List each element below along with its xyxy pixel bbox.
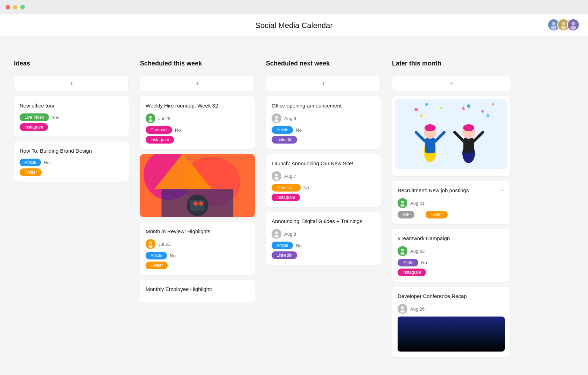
tag-no-value: No bbox=[44, 160, 50, 165]
tags-row-2: LinkedIn bbox=[272, 136, 375, 144]
card-avatar bbox=[146, 113, 155, 123]
tag-linkedin[interactable]: LinkedIn bbox=[272, 136, 297, 144]
card-date: Aug 21 bbox=[410, 201, 425, 206]
svg-point-4 bbox=[572, 22, 575, 25]
card-avatar bbox=[398, 246, 407, 256]
column-title-ideas: Ideas bbox=[14, 57, 129, 70]
tag-twitter[interactable]: Twitter bbox=[426, 211, 448, 218]
card-brand-design: How To: Building Brand Design Article No… bbox=[14, 141, 129, 182]
card-launch-new-site: Launch: Announcing Our New Site! Aug 7 P… bbox=[266, 154, 381, 207]
tags-row: Article No bbox=[272, 126, 375, 134]
titlebar bbox=[0, 0, 588, 14]
board: Ideas + New office tour Live Video Yes I… bbox=[0, 57, 588, 370]
card-abstract-image bbox=[140, 154, 255, 217]
svg-point-48 bbox=[400, 204, 405, 207]
titlebar-dot-yellow bbox=[13, 5, 18, 9]
card-avatar bbox=[272, 229, 281, 239]
card-meta: Aug 23 bbox=[398, 246, 505, 256]
svg-point-26 bbox=[414, 108, 418, 111]
tags-row-2: Instagram bbox=[20, 123, 123, 131]
column-ideas: Ideas + New office tour Live Video Yes I… bbox=[8, 57, 134, 362]
tag-twitter[interactable]: Twitter bbox=[20, 168, 42, 176]
card-date: Aug 8 bbox=[284, 231, 296, 237]
tag-article[interactable]: Article bbox=[146, 252, 167, 259]
svg-point-46 bbox=[463, 124, 474, 131]
abstract-image bbox=[140, 154, 255, 217]
tags-row: Photo No bbox=[398, 259, 505, 266]
tag-instagram[interactable]: Instagram bbox=[20, 123, 48, 131]
card-meta: Aug 8 bbox=[272, 229, 375, 239]
tag-no-value: No bbox=[296, 127, 302, 133]
svg-point-22 bbox=[274, 177, 279, 180]
card-title: Developer Conference Recap bbox=[398, 292, 505, 300]
svg-point-51 bbox=[401, 306, 404, 309]
card-teamwork: #Teamwork Campaign Aug 23 Photo No Insta… bbox=[392, 229, 510, 282]
tag-instagram[interactable]: Instagram bbox=[146, 136, 174, 144]
tags-row-2: Twitter bbox=[20, 168, 123, 176]
tags-row-2: Instagram bbox=[272, 194, 375, 201]
svg-point-31 bbox=[492, 103, 494, 105]
add-btn-ideas[interactable]: + bbox=[14, 76, 129, 91]
svg-point-47 bbox=[401, 201, 404, 203]
card-office-opening: Office opening announcement Aug 6 Articl… bbox=[266, 96, 381, 149]
card-new-office-tour: New office tour Live Video Yes Instagram bbox=[14, 96, 129, 137]
column-scheduled-next-week: Scheduled next week + Office opening ann… bbox=[260, 57, 386, 362]
subheader bbox=[0, 36, 588, 57]
card-title: Office opening announcement bbox=[272, 102, 375, 109]
tag-linkedin[interactable]: LinkedIn bbox=[272, 251, 297, 259]
svg-point-30 bbox=[481, 110, 484, 113]
tags-row: Article No bbox=[20, 159, 123, 166]
tag-article[interactable]: Article bbox=[20, 159, 41, 166]
tag-gif[interactable]: GIF bbox=[398, 211, 414, 218]
titlebar-dot-red bbox=[6, 5, 10, 9]
card-meta: Aug 26 bbox=[398, 304, 505, 314]
card-meta: Aug 21 bbox=[398, 198, 505, 208]
card-date: Aug 6 bbox=[284, 116, 296, 121]
add-btn-later[interactable]: + bbox=[392, 76, 510, 91]
svg-point-40 bbox=[425, 124, 436, 131]
tag-no-value: No bbox=[170, 253, 176, 258]
tags-row: GIF — Twitter bbox=[398, 211, 505, 218]
dark-image bbox=[398, 317, 505, 352]
tag-twitter[interactable]: Twitter bbox=[146, 262, 168, 269]
menu-dots-icon[interactable]: ··· bbox=[499, 187, 505, 194]
card-monthly-employee: Monthly Employee Highlight: bbox=[140, 280, 255, 303]
svg-point-6 bbox=[149, 116, 152, 119]
tags-row: Carousel No bbox=[146, 126, 249, 134]
svg-point-18 bbox=[148, 245, 153, 248]
tag-no-value: No bbox=[175, 127, 181, 133]
tag-yes-value: Yes bbox=[52, 115, 59, 120]
tag-instagram[interactable]: Instagram bbox=[398, 269, 426, 276]
svg-point-1 bbox=[551, 26, 556, 30]
svg-rect-14 bbox=[190, 200, 205, 211]
titlebar-dot-green bbox=[20, 5, 25, 9]
add-btn-scheduled-week[interactable]: + bbox=[140, 76, 255, 91]
card-avatar bbox=[146, 239, 155, 249]
card-date: Jul 31 bbox=[158, 242, 170, 247]
tag-photo[interactable]: Photo bbox=[398, 259, 418, 266]
tag-carousel[interactable]: Carousel bbox=[146, 126, 172, 134]
header-avatars bbox=[550, 19, 580, 31]
tags-row-2: Instagram bbox=[398, 269, 505, 276]
card-weekly-hire: Weekly Hire roundup: Week 32 Jul 29 Caro… bbox=[140, 96, 255, 149]
card-title: Month in Review: Highlights bbox=[146, 228, 249, 235]
tag-article[interactable]: Article bbox=[272, 242, 293, 249]
tag-article[interactable]: Article bbox=[272, 126, 293, 134]
tag-produce[interactable]: Produce... bbox=[272, 184, 301, 192]
header: Social Media Calendar bbox=[0, 14, 588, 36]
card-meta: Jul 31 bbox=[146, 239, 249, 249]
tag-live-video[interactable]: Live Video bbox=[20, 113, 49, 121]
card-date: Aug 23 bbox=[410, 249, 425, 254]
column-title-scheduled-week: Scheduled this week bbox=[140, 57, 255, 70]
tag-no-value: No bbox=[421, 260, 427, 265]
svg-point-17 bbox=[149, 242, 152, 244]
tags-row: Live Video Yes bbox=[20, 113, 123, 121]
card-meta: Jul 29 bbox=[146, 113, 249, 123]
tags-row-2: LinkedIn bbox=[272, 251, 375, 259]
svg-point-2 bbox=[562, 22, 565, 25]
tag-instagram[interactable]: Instagram bbox=[272, 194, 300, 201]
add-btn-scheduled-next[interactable]: + bbox=[266, 76, 381, 91]
card-avatar bbox=[272, 113, 281, 123]
column-later-this-month: Later this month + bbox=[386, 57, 516, 362]
card-title: How To: Building Brand Design bbox=[20, 147, 123, 154]
